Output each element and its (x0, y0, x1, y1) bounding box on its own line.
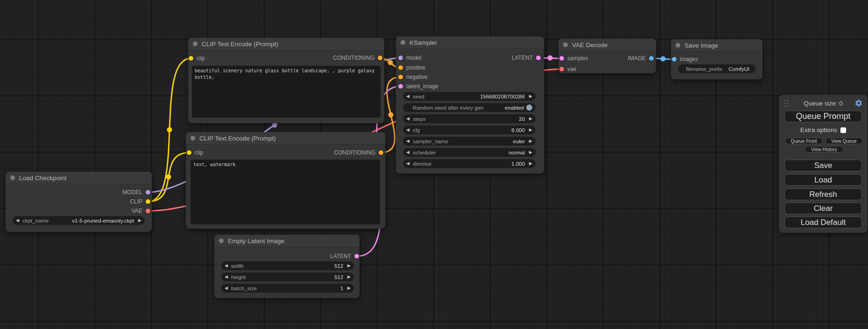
settings-gear-icon[interactable] (854, 99, 863, 107)
output-port-latent[interactable]: LATENT (512, 55, 541, 61)
port-dot-vae[interactable] (559, 67, 564, 71)
output-port-image[interactable]: IMAGE (628, 55, 654, 62)
port-dot-model[interactable] (398, 56, 403, 60)
increment-arrow-icon[interactable]: ▶ (529, 128, 532, 132)
node-ksampler[interactable]: KSampler model positive negative latent_… (396, 36, 544, 174)
node-titlebar[interactable]: Save Image (671, 39, 762, 52)
port-dot-image[interactable] (672, 57, 677, 62)
node-titlebar[interactable]: CLIP Text Encode (Prompt) (188, 38, 384, 50)
increment-arrow-icon[interactable]: ▶ (138, 218, 141, 223)
port-dot-model[interactable] (146, 190, 150, 195)
decrement-arrow-icon[interactable]: ◀ (406, 139, 409, 143)
port-dot-clip[interactable] (189, 56, 193, 61)
prompt-text-field[interactable]: text, watermark (191, 160, 380, 224)
increment-arrow-icon[interactable]: ▶ (347, 286, 351, 290)
widget-width[interactable]: ◀ width 512 ▶ (221, 261, 354, 270)
view-queue-button[interactable]: View Queue (825, 138, 863, 144)
input-port-positive[interactable]: positive (398, 64, 425, 71)
input-port-clip[interactable]: clip (189, 55, 205, 62)
input-port-model[interactable]: model (398, 55, 422, 61)
increment-arrow-icon[interactable]: ▶ (529, 139, 532, 143)
decrement-arrow-icon[interactable]: ◀ (406, 161, 409, 166)
queue-front-button[interactable]: Queue Front (785, 138, 823, 144)
port-dot-latent[interactable] (398, 84, 403, 89)
widget-steps[interactable]: ◀ steps 20 ▶ (403, 114, 536, 123)
widget-scheduler[interactable]: ◀ scheduler normal ▶ (403, 148, 536, 157)
increment-arrow-icon[interactable]: ▶ (347, 275, 351, 279)
widget-cfg[interactable]: ◀ cfg 8.000 ▶ (403, 126, 536, 134)
node-load-checkpoint[interactable]: Load Checkpoint MODEL CLIP VAE ◀ ckpt_na… (6, 172, 152, 232)
decrement-arrow-icon[interactable]: ◀ (406, 94, 409, 98)
decrement-arrow-icon[interactable]: ◀ (406, 117, 409, 121)
port-dot-clip[interactable] (146, 199, 150, 204)
output-port-vae[interactable]: VAE (132, 208, 150, 214)
increment-arrow-icon[interactable]: ▶ (529, 94, 532, 98)
input-port-negative[interactable]: negative (398, 74, 427, 80)
output-port-latent[interactable]: LATENT (330, 253, 359, 259)
queue-prompt-button[interactable]: Queue Prompt (784, 111, 862, 122)
widget-batch-size[interactable]: ◀ batch_size 1 ▶ (221, 284, 354, 293)
input-port-vae[interactable]: vae (559, 66, 576, 72)
widget-denoise[interactable]: ◀ denoise 1.000 ▶ (403, 159, 536, 168)
toggle-circle-icon[interactable] (526, 105, 532, 111)
clear-button[interactable]: Clear (784, 203, 862, 214)
collapse-dot-icon[interactable] (401, 40, 405, 45)
refresh-button[interactable]: Refresh (784, 189, 862, 200)
collapse-dot-icon[interactable] (191, 136, 195, 140)
collapse-dot-icon[interactable] (676, 43, 680, 48)
collapse-dot-icon[interactable] (10, 175, 15, 180)
node-titlebar[interactable]: KSampler (396, 36, 544, 49)
increment-arrow-icon[interactable]: ▶ (529, 117, 532, 121)
port-dot-conditioning[interactable] (398, 75, 403, 79)
output-port-conditioning[interactable]: CONDITIONING (334, 149, 383, 156)
port-dot-latent[interactable] (536, 56, 541, 60)
port-dot-conditioning[interactable] (398, 65, 403, 70)
output-port-conditioning[interactable]: CONDITIONING (333, 55, 382, 61)
output-port-clip[interactable]: CLIP (130, 198, 150, 205)
extra-options-checkbox[interactable] (840, 127, 846, 133)
input-port-samples[interactable]: samples (559, 55, 588, 62)
node-vae-decode[interactable]: VAE Decode samples vae IMAGE (558, 39, 656, 73)
increment-arrow-icon[interactable]: ▶ (529, 161, 532, 166)
port-dot-latent[interactable] (559, 56, 564, 61)
input-port-latent-image[interactable]: latent_image (398, 83, 438, 90)
port-dot-vae[interactable] (146, 209, 150, 213)
widget-sampler-name[interactable]: ◀ sampler_name euler ▶ (403, 137, 536, 146)
decrement-arrow-icon[interactable]: ◀ (225, 286, 228, 290)
decrement-arrow-icon[interactable]: ◀ (16, 218, 19, 223)
input-port-clip[interactable]: clip (187, 149, 203, 156)
collapse-dot-icon[interactable] (563, 42, 568, 47)
output-port-model[interactable]: MODEL (122, 189, 150, 196)
decrement-arrow-icon[interactable]: ◀ (406, 150, 409, 154)
view-history-button[interactable]: View History (804, 146, 844, 153)
node-empty-latent-image[interactable]: Empty Latent Image LATENT ◀ width 512 ▶ … (214, 235, 360, 298)
node-titlebar[interactable]: VAE Decode (558, 39, 656, 51)
port-dot-clip[interactable] (187, 150, 191, 155)
load-button[interactable]: Load (784, 174, 862, 186)
collapse-dot-icon[interactable] (193, 42, 198, 46)
port-dot-image[interactable] (649, 56, 654, 61)
collapse-dot-icon[interactable] (219, 238, 224, 243)
decrement-arrow-icon[interactable]: ◀ (225, 264, 228, 268)
port-dot-conditioning[interactable] (379, 150, 383, 155)
node-clip-text-encode-negative[interactable]: CLIP Text Encode (Prompt) clip CONDITION… (186, 132, 385, 229)
input-port-images[interactable]: images (672, 56, 698, 63)
node-titlebar[interactable]: Load Checkpoint (6, 172, 152, 184)
widget-height[interactable]: ◀ height 512 ▶ (221, 273, 354, 281)
save-button[interactable]: Save (784, 160, 862, 171)
load-default-button[interactable]: Load Default (784, 217, 862, 228)
decrement-arrow-icon[interactable]: ◀ (225, 275, 228, 279)
comfyui-canvas[interactable]: { "colors": { "model": "#B39DDB", "clip"… (0, 0, 868, 329)
node-clip-text-encode-positive[interactable]: CLIP Text Encode (Prompt) clip CONDITION… (188, 38, 384, 123)
increment-arrow-icon[interactable]: ▶ (347, 264, 351, 268)
port-dot-conditioning[interactable] (378, 56, 382, 60)
widget-filename-prefix[interactable]: filename_prefix ComfyUI (678, 64, 755, 73)
prompt-text-field[interactable]: beautiful scenery nature glass bottle la… (192, 66, 381, 118)
increment-arrow-icon[interactable]: ▶ (529, 150, 532, 154)
widget-random-seed-toggle[interactable]: Random seed after every gen enabled (403, 103, 536, 112)
node-titlebar[interactable]: Empty Latent Image (214, 235, 360, 247)
drag-handle-icon[interactable] (784, 100, 789, 107)
node-titlebar[interactable]: CLIP Text Encode (Prompt) (186, 132, 385, 145)
widget-seed[interactable]: ◀ seed 156680208700286 ▶ (403, 92, 536, 101)
node-save-image[interactable]: Save Image images filename_prefix ComfyU… (671, 39, 762, 79)
